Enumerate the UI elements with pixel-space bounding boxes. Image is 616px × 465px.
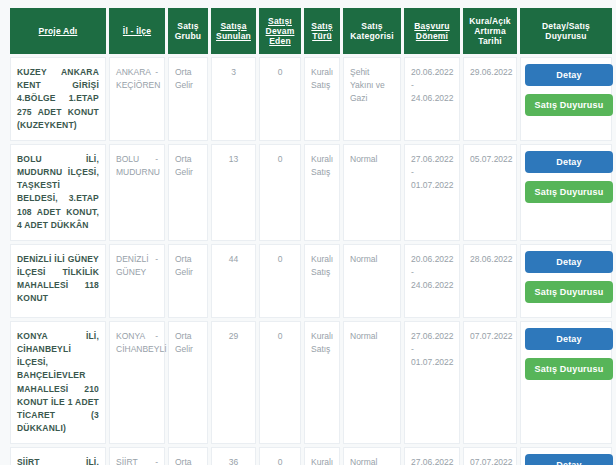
header-satisi-devam-eden[interactable]: Satışı Devam Eden [259, 8, 301, 54]
sales-type: Kuralı Satış [304, 244, 340, 318]
header-proje-adi[interactable]: Proje Adı [10, 8, 106, 54]
table-row: KUZEY ANKARA KENT GİRİŞİ 4.BÖLGE 1.ETAP … [10, 57, 612, 141]
sales-group: Orta Gelir [168, 57, 208, 141]
header-satis-grubu: Satış Grubu [168, 8, 208, 54]
table-row: SİİRT İLİ, KURTALAN İLÇESİ, SÜMER MAHALL… [10, 447, 612, 465]
sales-category: Normal [343, 321, 401, 444]
detay-button[interactable]: Detay [525, 64, 613, 86]
table-header: Proje Adı İl - İlçe Satış Grubu Satışa S… [10, 8, 612, 54]
sales-type: Kuralı Satış [304, 321, 340, 444]
application-period: 27.06.2022 - 01.07.2022 [404, 447, 460, 465]
ongoing-count: 0 [259, 244, 301, 318]
province-district: KONYA - CİHANBEYLİ [109, 321, 165, 444]
satis-duyurusu-button[interactable]: Satış Duyurusu [525, 94, 613, 116]
sales-category: Normal [343, 447, 401, 465]
table-row: BOLU İLİ, MUDURNU İLÇESİ, TAŞKESTİ BELDE… [10, 144, 612, 241]
offered-count: 29 [211, 321, 256, 444]
ongoing-count: 0 [259, 321, 301, 444]
province-district: SİİRT - KURTALAN [109, 447, 165, 465]
ongoing-count: 0 [259, 144, 301, 241]
satis-duyurusu-button[interactable]: Satış Duyurusu [525, 181, 613, 203]
header-kura-tarihi: Kura/Açık Artırma Tarihi [463, 8, 517, 54]
header-satisa-sunulan[interactable]: Satışa Sunulan [211, 8, 256, 54]
detay-button[interactable]: Detay [525, 251, 613, 273]
header-satis-turu[interactable]: Satış Türü [304, 8, 340, 54]
detay-button[interactable]: Detay [525, 454, 613, 465]
lottery-date: 07.07.2022 [463, 447, 517, 465]
header-satis-kategorisi: Satış Kategorisi [343, 8, 401, 54]
province-district: ANKARA - KEÇİÖREN [109, 57, 165, 141]
sales-group: Orta Gelir [168, 144, 208, 241]
satis-duyurusu-button[interactable]: Satış Duyurusu [525, 281, 613, 303]
application-period: 20.06.2022 - 24.06.2022 [404, 244, 460, 318]
project-name: KUZEY ANKARA KENT GİRİŞİ 4.BÖLGE 1.ETAP … [10, 57, 106, 141]
detay-button[interactable]: Detay [525, 151, 613, 173]
lottery-date: 28.06.2022 [463, 244, 517, 318]
province-district: DENİZLİ - GÜNEY [109, 244, 165, 318]
offered-count: 36 [211, 447, 256, 465]
sales-group: Orta Gelir [168, 447, 208, 465]
table-row: DENİZLİ İLİ GÜNEY İLÇESİ TİLKİLİK MAHALL… [10, 244, 612, 318]
project-name: BOLU İLİ, MUDURNU İLÇESİ, TAŞKESTİ BELDE… [10, 144, 106, 241]
sales-type: Kuralı Satış [304, 447, 340, 465]
project-name: SİİRT İLİ, KURTALAN İLÇESİ, SÜMER MAHALL… [10, 447, 106, 465]
application-period: 27.06.2022 - 01.07.2022 [404, 321, 460, 444]
offered-count: 44 [211, 244, 256, 318]
sales-table: Proje Adı İl - İlçe Satış Grubu Satışa S… [7, 5, 615, 465]
offered-count: 3 [211, 57, 256, 141]
actions-cell: Detay Satış Duyurusu [520, 144, 612, 241]
sales-type: Kuralı Satış [304, 144, 340, 241]
application-period: 20.06.2022 - 24.06.2022 [404, 57, 460, 141]
actions-cell: Detay Satış Duyurusu [520, 321, 612, 444]
application-period: 27.06.2022 - 01.07.2022 [404, 144, 460, 241]
province-district: BOLU - MUDURNU [109, 144, 165, 241]
actions-cell: Detay Satış Duyurusu [520, 244, 612, 318]
sales-category: Normal [343, 244, 401, 318]
sales-type: Kuralı Satış [304, 57, 340, 141]
actions-cell: Detay Satış Duyurusu [520, 447, 612, 465]
table-row: KONYA İLİ, CİHANBEYLİ İLÇESİ, BAHÇELİEVL… [10, 321, 612, 444]
satis-duyurusu-button[interactable]: Satış Duyurusu [525, 358, 613, 380]
header-detay-duyuru: Detay/Satış Duyurusu [520, 8, 612, 54]
sales-group: Orta Gelir [168, 244, 208, 318]
header-basvuru-donemi[interactable]: Başvuru Dönemi [404, 8, 460, 54]
detay-button[interactable]: Detay [525, 328, 613, 350]
header-il-ilce[interactable]: İl - İlçe [109, 8, 165, 54]
ongoing-count: 0 [259, 57, 301, 141]
sales-category: Normal [343, 144, 401, 241]
lottery-date: 29.06.2022 [463, 57, 517, 141]
ongoing-count: 0 [259, 447, 301, 465]
offered-count: 13 [211, 144, 256, 241]
table-body: KUZEY ANKARA KENT GİRİŞİ 4.BÖLGE 1.ETAP … [10, 57, 612, 465]
sales-group: Orta Gelir [168, 321, 208, 444]
project-name: KONYA İLİ, CİHANBEYLİ İLÇESİ, BAHÇELİEVL… [10, 321, 106, 444]
lottery-date: 05.07.2022 [463, 144, 517, 241]
actions-cell: Detay Satış Duyurusu [520, 57, 612, 141]
lottery-date: 07.07.2022 [463, 321, 517, 444]
project-name: DENİZLİ İLİ GÜNEY İLÇESİ TİLKİLİK MAHALL… [10, 244, 106, 318]
sales-table-container: Proje Adı İl - İlçe Satış Grubu Satışa S… [0, 0, 616, 465]
sales-category: Şehit Yakını ve Gazi [343, 57, 401, 141]
